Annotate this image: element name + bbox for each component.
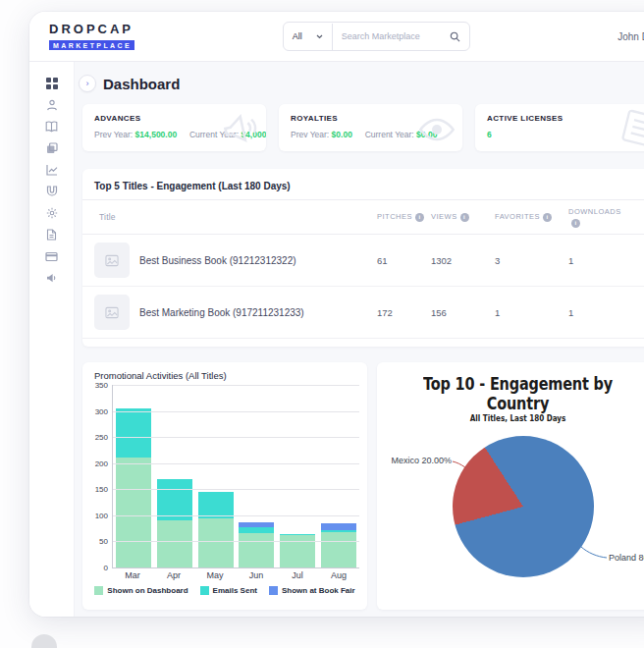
pitches-value: 172: [377, 307, 431, 318]
downloads-value: 1: [568, 255, 635, 266]
bar-segment: [198, 492, 234, 518]
sidebar-item-titles[interactable]: [41, 121, 63, 134]
bar-plot: [112, 385, 359, 568]
table-row[interactable]: Best Business Book (91212312322) 61 1302…: [82, 235, 644, 287]
credit-card-icon: [45, 248, 58, 266]
sidebar-item-contacts[interactable]: [41, 99, 63, 112]
legend-swatch: [200, 586, 209, 595]
table-header-row: Title PITCHESi VIEWSi FAVORITESi DOWNLOA…: [82, 199, 644, 235]
info-icon[interactable]: i: [460, 213, 469, 222]
gridline: [113, 437, 359, 438]
open-book-icon: [45, 119, 58, 136]
info-icon[interactable]: i: [543, 213, 552, 222]
gridline: [113, 489, 359, 490]
bar-chart-title: Promotional Activities (All Titles): [90, 370, 359, 381]
prev-year-label: Prev Year:: [291, 130, 329, 139]
x-tick-label: Aug: [318, 570, 359, 580]
engagement-table-card: Top 5 Titles - Engagement (Last 180 Days…: [82, 169, 644, 347]
sidebar-item-marketing[interactable]: [41, 272, 63, 285]
bar-segment: [157, 479, 192, 521]
bar-segment: [116, 458, 151, 567]
bar-jul: [277, 385, 318, 567]
active-licenses-value: 6: [487, 130, 492, 139]
sidebar-item-settings[interactable]: [41, 207, 63, 220]
prev-year-value: $0.00: [332, 130, 352, 139]
stat-card-royalties: ROYALTIES Prev Year: $0.00 Current Year:…: [279, 104, 462, 151]
magnet-icon: [46, 184, 58, 201]
prev-year-label: Prev Year:: [94, 130, 133, 139]
info-icon[interactable]: i: [571, 219, 580, 228]
x-tick-label: Jun: [236, 570, 277, 580]
column-header-downloads: DOWNLOADSi: [568, 201, 635, 234]
pie-chart-card: Top 10 - Engagement by Country All Title…: [377, 362, 644, 610]
sidebar-item-analytics[interactable]: [41, 164, 63, 177]
x-tick-label: Mar: [112, 570, 153, 580]
current-year-label: Current Year:: [365, 130, 414, 139]
stat-label: ACTIVE LICENSES: [487, 114, 644, 123]
copy-icon: [46, 140, 58, 158]
pie-label-poland: Poland 80.00%: [609, 553, 644, 563]
sidebar-item-documents[interactable]: [41, 229, 63, 242]
pie-circle: [453, 436, 594, 577]
gridline: [113, 411, 359, 412]
top-header: DROPCAP MARKETPLACE All John: [29, 12, 644, 62]
search-category-value: All: [293, 31, 302, 41]
downloads-value: 1: [568, 307, 635, 318]
bar-mar: [113, 385, 154, 567]
y-tick-label: 100: [95, 511, 108, 519]
gridline: [113, 463, 359, 464]
chevron-down-icon: [316, 31, 323, 41]
stat-card-active-licenses: ACTIVE LICENSES 6: [475, 104, 644, 151]
search-input[interactable]: [333, 31, 448, 41]
legend-item[interactable]: Shown at Book Fair: [269, 586, 355, 595]
sidebar-item-dashboard[interactable]: [41, 78, 63, 90]
megaphone-icon: [46, 270, 58, 288]
chat-widget[interactable]: [31, 634, 57, 648]
sidebar-item-catalogs[interactable]: [41, 142, 63, 155]
info-icon[interactable]: i: [415, 213, 424, 222]
views-value: 1302: [431, 255, 495, 266]
file-icon: [46, 227, 57, 244]
bar-segment: [239, 533, 274, 567]
search-category-select[interactable]: All: [284, 31, 332, 41]
logo[interactable]: DROPCAP MARKETPLACE: [49, 23, 134, 51]
bar-segment: [198, 518, 234, 567]
bar-segment: [239, 527, 274, 534]
legend-item[interactable]: Emails Sent: [200, 586, 257, 595]
image-placeholder-icon: [94, 295, 130, 330]
sidebar-item-leads[interactable]: [41, 186, 63, 198]
stat-card-advances: ADVANCES Prev Year: $14,500.00 Current Y…: [82, 104, 266, 151]
y-tick-label: 0: [104, 564, 108, 572]
bar-segment: [116, 408, 151, 458]
bar-columns: [113, 385, 359, 567]
main-content: › Dashboard ADVANCES Prev Year: $14,500.…: [75, 62, 644, 617]
sidebar-toggle-button[interactable]: ›: [79, 75, 96, 92]
y-tick-label: 350: [95, 381, 108, 390]
y-tick-label: 150: [95, 485, 108, 494]
title-cell: Best Business Book (91212312322): [82, 243, 377, 278]
pie-chart-title: Top 10 - Engagement by Country: [399, 374, 638, 413]
eye-icon: [417, 110, 456, 151]
column-header-views: VIEWSi: [431, 206, 495, 227]
search-icon[interactable]: [448, 31, 469, 42]
legend-item[interactable]: Shown on Dashboard: [94, 586, 188, 595]
y-tick-label: 200: [95, 459, 108, 467]
x-tick-label: Apr: [153, 570, 194, 580]
pie-label-mexico: Mexico 20.00%: [391, 456, 452, 465]
sidebar-item-billing[interactable]: [41, 250, 63, 263]
user-menu[interactable]: John Doe: [617, 31, 644, 42]
legend-swatch: [94, 586, 103, 595]
bar-apr: [154, 385, 195, 567]
gear-icon: [46, 205, 58, 223]
image-placeholder-icon: [94, 243, 130, 278]
table-row[interactable]: Best Marketing Book (917211231233) 172 1…: [82, 287, 644, 339]
bar-yaxis: 050100150200250300350: [90, 385, 112, 567]
legend-label: Shown at Book Fair: [282, 586, 355, 595]
search-bar: All: [283, 22, 470, 51]
legend-label: Emails Sent: [213, 586, 257, 595]
gridline: [113, 385, 359, 386]
gridline: [113, 515, 359, 516]
y-tick-label: 50: [99, 537, 108, 546]
column-header-pitches: PITCHESi: [377, 206, 431, 227]
favorites-value: 3: [495, 255, 568, 266]
